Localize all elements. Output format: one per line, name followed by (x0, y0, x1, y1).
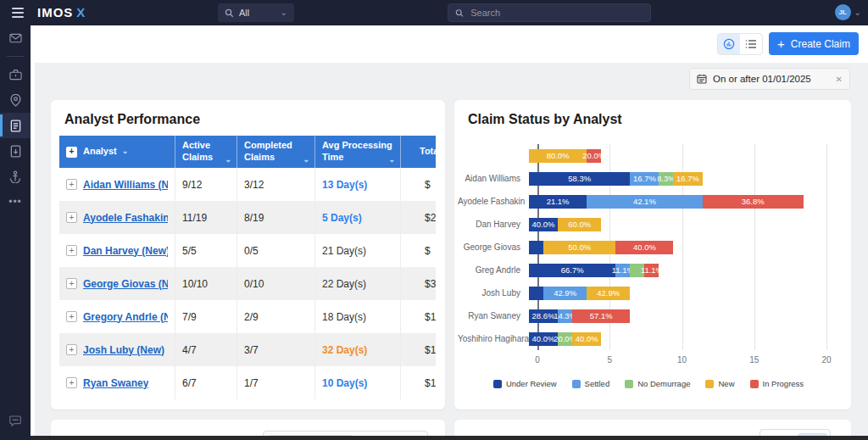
analyst-link[interactable]: Ryan Swaney (83, 377, 148, 389)
completed-claims-cell: 2/9 (237, 300, 315, 333)
stacked-bar: 50.0%40.0% (529, 241, 673, 254)
active-claims-cell: 9/12 (175, 168, 237, 201)
analyst-link[interactable]: Ayodele Fashakin (83, 212, 168, 224)
close-icon[interactable]: ✕ (836, 75, 843, 84)
active-claims-cell: 5/5 (175, 234, 237, 267)
stacked-bar: 42.9%42.9% (529, 287, 630, 300)
plus-icon: + (777, 37, 785, 50)
analyst-link[interactable]: Aidan Williams (New) (83, 179, 168, 191)
column-header-analyst[interactable]: +Analyst⌄ (59, 136, 175, 168)
column-header-total[interactable]: Total (401, 136, 436, 168)
column-header-completed-claims[interactable]: Completed Claims⌄ (237, 136, 315, 168)
date-filter-chip[interactable]: On or after 01/01/2025 ✕ (689, 68, 850, 90)
column-header-label: Avg Processing Time (322, 140, 393, 164)
column-header-label: Completed Claims (244, 140, 308, 164)
active-claims-cell: 11/19 (175, 201, 237, 234)
total-cell: $3 (401, 267, 436, 300)
column-header-avg-processing-time[interactable]: Avg Processing Time⌄ (315, 136, 401, 168)
analyst-cell: +Josh Luby (New) (59, 333, 175, 366)
expand-row-icon[interactable]: + (66, 245, 77, 256)
list-view-button[interactable] (740, 34, 762, 54)
analyst-link[interactable]: Dan Harvey (New) (83, 245, 168, 257)
analyst-link[interactable]: Josh Luby (New) (83, 344, 164, 356)
stacked-bar: 58.3%16.7%8.3%16.7% (529, 172, 703, 186)
expand-row-icon[interactable]: + (66, 344, 77, 355)
briefcase-icon (9, 69, 22, 81)
chart-plot-area: 80.0%20.0%Aidan Williams58.3%16.7%8.3%16… (458, 144, 839, 350)
column-header-label: Active Claims (182, 140, 230, 164)
create-claim-button[interactable]: + Create Claim (769, 32, 859, 55)
chart-bar-row: Ayodele Fashakin21.1%42.1%36.8% (458, 190, 839, 213)
column-header-label: Total (420, 146, 436, 158)
expand-all-icon[interactable]: + (66, 147, 77, 158)
chat-bubble-icon (9, 415, 21, 426)
bar-segment-no-demurrage: 20.0% (558, 332, 572, 346)
active-claims-cell: 4/7 (175, 333, 237, 366)
expand-row-icon[interactable]: + (66, 278, 77, 289)
sidebar-item-more[interactable]: ••• (0, 189, 31, 214)
stacked-bar: 66.7%11.1%11.1% (529, 264, 659, 277)
total-cell: $1 (401, 366, 436, 399)
active-claims-cell: 7/9 (175, 300, 237, 333)
chevron-down-icon: ⌄ (281, 8, 287, 17)
sidebar-item-briefcase[interactable] (0, 62, 31, 87)
sidebar-item-chat[interactable] (0, 408, 31, 433)
location-pin-icon (10, 94, 21, 107)
legend-item-settled[interactable]: Settled (572, 379, 610, 388)
expand-row-icon[interactable]: + (66, 377, 77, 388)
bar-segment-settled: 16.7% (630, 172, 659, 186)
chart-bar-row: 80.0%20.0% (458, 144, 839, 167)
chart-category-label: Ryan Swaney (458, 311, 529, 320)
sidebar-item-voyages[interactable] (0, 164, 31, 189)
search-input[interactable] (469, 7, 643, 19)
column-menu-chevron-icon[interactable]: ⌄ (388, 155, 395, 164)
bar-segment-label: 42.1% (633, 197, 656, 206)
sidebar-item-claims-active[interactable] (0, 113, 31, 138)
expand-row-icon[interactable]: + (66, 212, 77, 223)
avatar[interactable]: JL (835, 4, 851, 20)
analyst-link[interactable]: George Giovas (New) (83, 278, 168, 290)
bar-segment-settled: 14.3% (558, 309, 572, 323)
analyst-link[interactable]: Gregory Andrle (New) (83, 311, 168, 323)
list-view-icon (745, 39, 757, 49)
completed-claims-cell: 8/19 (237, 201, 315, 234)
bar-segment-label: 28.6% (532, 311, 555, 320)
legend-item-in-progress[interactable]: In Progress (750, 379, 804, 388)
bar-segment-settled: 42.1% (587, 195, 702, 209)
column-menu-chevron-icon[interactable]: ⌄ (122, 147, 129, 156)
column-header-active-claims[interactable]: Active Claims⌄ (175, 136, 237, 168)
column-menu-chevron-icon[interactable]: ⌄ (303, 155, 309, 164)
avg-processing-time-cell: 13 Day(s) (315, 168, 401, 201)
sidebar-item-mail[interactable] (0, 25, 31, 51)
chart-bar-row: Greg Andrle66.7%11.1%11.1% (458, 259, 839, 281)
column-menu-chevron-icon[interactable]: ⌄ (225, 155, 231, 164)
legend-item-new[interactable]: New (705, 379, 734, 388)
chart-bar-row: George Giovas50.0%40.0% (458, 236, 839, 259)
legend-item-under-review[interactable]: Under Review (493, 379, 557, 388)
user-menu[interactable]: JL ⌄ (835, 4, 861, 20)
sidebar-item-file-download[interactable] (0, 138, 31, 164)
search-icon (225, 8, 234, 18)
stacked-bar: 40.0%20.0%40.0% (529, 332, 601, 346)
dashboard-view-button[interactable] (718, 34, 740, 54)
bar-segment-label: 16.7% (676, 174, 699, 183)
avg-processing-time-cell: 22 Day(s) (315, 267, 401, 300)
bar-segment-label: 16.7% (633, 174, 656, 183)
expand-row-icon[interactable]: + (66, 179, 77, 190)
app-root: IMOSX All ⌄ JL ⌄ (0, 0, 868, 440)
sidebar-item-locations[interactable] (0, 87, 31, 113)
file-download-icon (10, 145, 21, 158)
table-header-row: +Analyst⌄Active Claims⌄Completed Claims⌄… (59, 136, 436, 168)
mail-icon (9, 33, 22, 43)
chart-bar-row: Yoshihiro Hagihara40.0%20.0%40.0% (458, 327, 839, 350)
search-scope-dropdown[interactable]: All ⌄ (218, 3, 294, 22)
legend-item-no-demurrage[interactable]: No Demurrage (625, 379, 690, 388)
active-claims-cell: 6/7 (175, 366, 237, 399)
bar-segment-in-progress: 36.8% (703, 195, 804, 209)
menu-icon[interactable] (12, 8, 24, 18)
analyst-performance-title: Analyst Performance (51, 100, 445, 127)
analyst-cell: +Gregory Andrle (New) (59, 300, 175, 333)
total-cell: $1 (401, 333, 436, 366)
expand-row-icon[interactable]: + (66, 311, 77, 322)
logo-text: IMOS (37, 5, 73, 19)
